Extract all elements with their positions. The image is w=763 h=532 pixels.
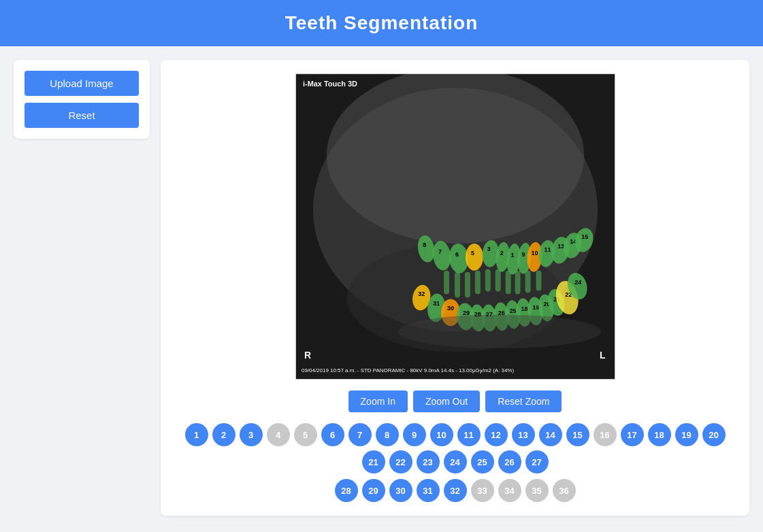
zoom-controls: Zoom In Zoom Out Reset Zoom — [348, 390, 562, 412]
svg-rect-60 — [464, 272, 470, 298]
reset-zoom-button[interactable]: Reset Zoom — [485, 390, 562, 412]
tooth-button-28[interactable]: 28 — [335, 479, 358, 502]
svg-text:7: 7 — [438, 248, 442, 255]
svg-rect-62 — [485, 269, 490, 292]
tooth-number-buttons: 1234567891011121314151617181920212223242… — [174, 423, 736, 502]
tooth-button-22[interactable]: 22 — [389, 450, 412, 473]
svg-text:5: 5 — [470, 250, 474, 256]
tooth-button-3[interactable]: 3 — [240, 423, 263, 446]
tooth-button-25[interactable]: 25 — [471, 450, 494, 473]
tooth-button-31[interactable]: 31 — [417, 479, 440, 502]
svg-text:R: R — [304, 350, 310, 361]
tooth-button-7[interactable]: 7 — [348, 423, 372, 446]
svg-text:L: L — [600, 350, 606, 361]
svg-text:25: 25 — [509, 307, 516, 314]
tooth-row-1: 1234567891011121314151617181920212223242… — [174, 423, 736, 473]
tooth-button-34[interactable]: 34 — [498, 479, 521, 502]
svg-text:31: 31 — [433, 300, 440, 307]
tooth-button-16[interactable]: 16 — [594, 423, 617, 446]
svg-text:8: 8 — [423, 242, 426, 248]
tooth-button-36[interactable]: 36 — [553, 479, 576, 502]
tooth-button-9[interactable]: 9 — [403, 423, 426, 446]
svg-rect-66 — [525, 271, 530, 293]
tooth-row-2: 282930313233343536 — [335, 479, 576, 502]
svg-point-2 — [326, 74, 583, 244]
svg-rect-59 — [455, 272, 460, 298]
tooth-button-13[interactable]: 13 — [512, 423, 535, 446]
svg-text:15: 15 — [581, 233, 588, 240]
svg-text:30: 30 — [447, 305, 454, 312]
tooth-button-17[interactable]: 17 — [621, 423, 644, 446]
tooth-button-29[interactable]: 29 — [362, 479, 385, 502]
svg-text:2: 2 — [500, 250, 503, 256]
zoom-out-button[interactable]: Zoom Out — [413, 390, 480, 412]
tooth-button-24[interactable]: 24 — [444, 450, 467, 473]
svg-rect-63 — [495, 269, 500, 292]
tooth-button-8[interactable]: 8 — [376, 423, 399, 446]
svg-text:3: 3 — [487, 246, 490, 252]
tooth-button-23[interactable]: 23 — [417, 450, 440, 473]
svg-text:11: 11 — [544, 246, 551, 253]
tooth-button-5[interactable]: 5 — [294, 423, 317, 446]
svg-text:1: 1 — [510, 252, 514, 259]
tooth-button-12[interactable]: 12 — [485, 423, 508, 446]
tooth-button-32[interactable]: 32 — [444, 479, 467, 502]
svg-rect-58 — [444, 271, 449, 295]
svg-point-68 — [397, 314, 601, 348]
tooth-button-4[interactable]: 4 — [267, 423, 290, 446]
svg-text:19: 19 — [532, 304, 539, 311]
tooth-button-19[interactable]: 19 — [675, 423, 698, 446]
svg-text:09/04/2019 10:57 a.m. - STD PA: 09/04/2019 10:57 a.m. - STD PANORAMIC - … — [302, 367, 514, 373]
zoom-in-button[interactable]: Zoom In — [348, 390, 408, 412]
tooth-button-6[interactable]: 6 — [321, 423, 344, 446]
svg-text:9: 9 — [521, 251, 525, 258]
svg-rect-65 — [515, 271, 520, 295]
upload-image-button[interactable]: Upload Image — [25, 71, 139, 96]
tooth-button-14[interactable]: 14 — [539, 423, 562, 446]
svg-text:i-Max Touch 3D: i-Max Touch 3D — [303, 80, 357, 88]
tooth-button-20[interactable]: 20 — [702, 423, 726, 446]
tooth-button-1[interactable]: 1 — [185, 423, 208, 446]
xray-image-container: 8 7 6 5 3 2 1 9 — [295, 73, 615, 380]
svg-rect-67 — [536, 271, 541, 291]
left-panel: Upload Image Reset — [14, 60, 150, 139]
tooth-button-18[interactable]: 18 — [648, 423, 671, 446]
tooth-button-26[interactable]: 26 — [498, 450, 521, 473]
svg-rect-61 — [474, 271, 480, 295]
right-panel: 8 7 6 5 3 2 1 9 — [161, 60, 749, 516]
tooth-button-33[interactable]: 33 — [471, 479, 494, 502]
svg-text:32: 32 — [418, 290, 425, 297]
svg-text:6: 6 — [455, 251, 459, 258]
svg-text:24: 24 — [574, 279, 581, 286]
tooth-button-27[interactable]: 27 — [525, 450, 549, 473]
tooth-button-30[interactable]: 30 — [389, 479, 412, 502]
page-title: Teeth Segmentation — [285, 12, 478, 33]
tooth-button-21[interactable]: 21 — [362, 450, 385, 473]
page-header: Teeth Segmentation — [0, 0, 763, 46]
svg-point-10 — [465, 244, 483, 271]
tooth-button-2[interactable]: 2 — [212, 423, 236, 446]
svg-text:10: 10 — [531, 250, 538, 256]
main-content: Upload Image Reset — [0, 46, 763, 529]
tooth-button-35[interactable]: 35 — [525, 479, 549, 502]
tooth-button-11[interactable]: 11 — [457, 423, 481, 446]
svg-rect-64 — [505, 271, 510, 295]
tooth-button-15[interactable]: 15 — [566, 423, 589, 446]
reset-button[interactable]: Reset — [25, 103, 139, 128]
tooth-button-10[interactable]: 10 — [430, 423, 453, 446]
svg-text:13: 13 — [557, 243, 564, 250]
svg-text:18: 18 — [521, 305, 527, 312]
